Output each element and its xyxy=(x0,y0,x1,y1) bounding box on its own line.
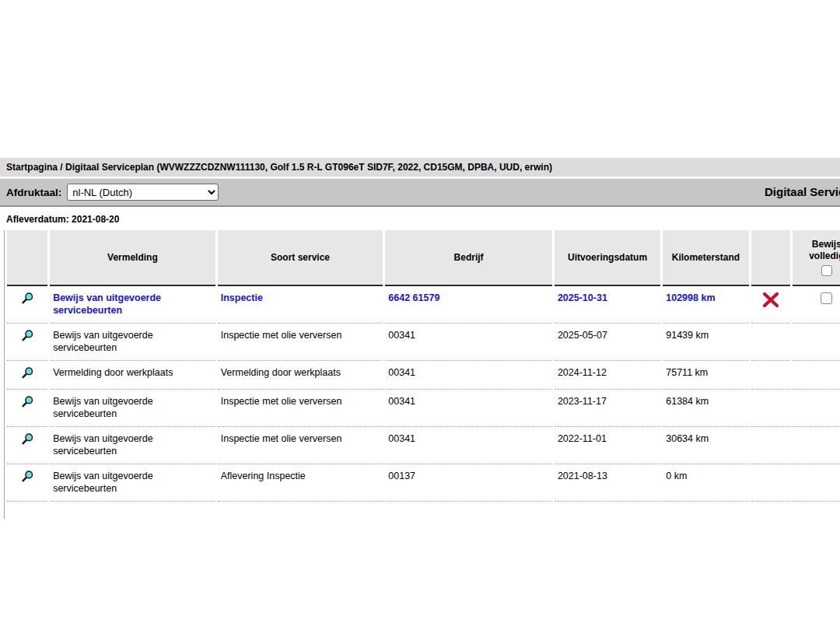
uitvoeringsdatum-cell[interactable]: 2025-05-07 xyxy=(555,324,660,361)
soort-service-cell[interactable]: Inspectie met olie verversen xyxy=(218,390,383,427)
table-row[interactable]: Vermelding door werkplaats Vermelding do… xyxy=(7,361,840,390)
row-detail-cell[interactable] xyxy=(7,361,47,390)
toolbar: Afdruktaal: nl-NL (Dutch) Digitaal Servi… xyxy=(0,178,840,207)
table-row[interactable]: Bewijs van uitgevoerde servicebeurten In… xyxy=(7,427,840,464)
vermelding-cell[interactable]: Bewijs van uitgevoerde servicebeurten xyxy=(50,324,215,361)
bewijs-volledig-checkbox[interactable] xyxy=(821,292,832,304)
uitvoeringsdatum-cell[interactable]: 2024-11-12 xyxy=(555,361,660,390)
bedrijf-cell[interactable]: 00341 xyxy=(385,361,552,390)
uitvoeringsdatum-cell[interactable]: 2023-11-17 xyxy=(555,390,660,427)
column-header-bewijs-volledig: Bewijs volledig xyxy=(793,230,840,286)
vermelding-cell[interactable]: Bewijs van uitgevoerde servicebeurten xyxy=(50,390,215,427)
incomplete-mark-cell xyxy=(751,361,790,390)
vermelding-cell[interactable]: Bewijs van uitgevoerde servicebeurten xyxy=(50,427,215,464)
incomplete-mark-cell xyxy=(751,390,790,427)
row-detail-cell[interactable] xyxy=(7,464,47,502)
table-row[interactable]: Bewijs van uitgevoerde servicebeurten In… xyxy=(7,286,840,324)
table-row[interactable]: Bewijs van uitgevoerde servicebeurten Af… xyxy=(7,464,840,502)
bedrijf-cell[interactable]: 00341 xyxy=(385,390,552,427)
magnifier-icon[interactable] xyxy=(21,395,34,408)
bewijs-volledig-header-checkbox[interactable] xyxy=(821,265,832,276)
row-detail-cell[interactable] xyxy=(7,286,47,324)
bewijs-volledig-cell xyxy=(793,427,840,464)
column-header-vermelding: Vermelding xyxy=(50,230,215,286)
bedrijf-cell[interactable]: 00341 xyxy=(385,427,552,464)
magnifier-icon[interactable] xyxy=(21,292,34,305)
row-detail-cell[interactable] xyxy=(7,390,47,427)
bewijs-volledig-cell xyxy=(793,464,840,502)
incomplete-mark-cell xyxy=(751,464,790,502)
bewijs-volledig-label: Bewijs volledig xyxy=(805,239,840,262)
blank-top-area xyxy=(0,0,840,158)
magnifier-icon[interactable] xyxy=(21,432,34,446)
bedrijf-cell[interactable]: 00341 xyxy=(385,324,552,361)
bewijs-volledig-cell xyxy=(793,286,840,324)
breadcrumb-bar: Startpagina / Digitaal Serviceplan (WVWZ… xyxy=(0,158,840,177)
delivery-date-label: Afleverdatum: xyxy=(6,214,69,225)
uitvoeringsdatum-cell[interactable]: 2021-08-13 xyxy=(555,464,660,502)
table-header-row: Vermelding Soort service Bedrijf Uitvoer… xyxy=(7,230,840,286)
print-language-label: Afdruktaal: xyxy=(6,187,61,198)
service-history-table: Vermelding Soort service Bedrijf Uitvoer… xyxy=(5,230,840,502)
soort-service-cell[interactable]: Inspectie met olie verversen xyxy=(218,427,383,464)
uitvoeringsdatum-cell[interactable]: 2025-10-31 xyxy=(555,286,660,324)
vermelding-cell[interactable]: Vermelding door werkplaats xyxy=(50,361,215,390)
column-header-kilometerstand: Kilometerstand xyxy=(663,230,748,286)
soort-service-cell[interactable]: Inspectie xyxy=(218,286,383,324)
breadcrumb[interactable]: Startpagina / Digitaal Serviceplan (WVWZ… xyxy=(6,162,552,173)
vermelding-cell[interactable]: Bewijs van uitgevoerde servicebeurten xyxy=(50,464,215,502)
bedrijf-cell[interactable]: 00137 xyxy=(385,464,552,502)
page-title: Digitaal Serviceplan xyxy=(765,185,840,198)
uitvoeringsdatum-cell[interactable]: 2022-11-01 xyxy=(555,427,660,464)
incomplete-mark-cell xyxy=(751,286,790,324)
kilometerstand-cell[interactable]: 0 km xyxy=(663,464,748,502)
bedrijf-cell[interactable]: 6642 61579 xyxy=(385,286,552,324)
print-language-select[interactable]: nl-NL (Dutch) xyxy=(67,184,219,201)
column-header-bedrijf: Bedrijf xyxy=(385,230,552,286)
table-row[interactable]: Bewijs van uitgevoerde servicebeurten In… xyxy=(7,390,840,427)
soort-service-cell[interactable]: Aflevering Inspectie xyxy=(218,464,383,502)
incomplete-mark-cell xyxy=(751,427,790,464)
kilometerstand-cell[interactable]: 91439 km xyxy=(663,324,748,361)
incomplete-mark-cell xyxy=(751,324,790,361)
table-row[interactable]: Bewijs van uitgevoerde servicebeurten In… xyxy=(7,324,840,361)
bewijs-volledig-cell xyxy=(793,390,840,427)
kilometerstand-cell[interactable]: 30634 km xyxy=(663,427,748,464)
service-table-container: Vermelding Soort service Bedrijf Uitvoer… xyxy=(4,230,840,519)
soort-service-cell[interactable]: Vermelding door werkplaats xyxy=(218,361,383,390)
magnifier-icon[interactable] xyxy=(21,470,34,483)
delivery-date-line: Afleverdatum: 2021-08-20 xyxy=(0,207,840,230)
kilometerstand-cell[interactable]: 61384 km xyxy=(663,390,748,427)
magnifier-icon[interactable] xyxy=(21,366,34,380)
delivery-date-value: 2021-08-20 xyxy=(72,214,119,225)
kilometerstand-cell[interactable]: 75711 km xyxy=(663,361,748,390)
column-header-uitvoeringsdatum: Uitvoeringsdatum xyxy=(555,230,660,286)
soort-service-cell[interactable]: Inspectie met olie verversen xyxy=(218,324,383,361)
magnifier-icon[interactable] xyxy=(21,329,34,342)
column-header-mark xyxy=(751,230,790,286)
column-header-icon xyxy=(7,230,47,286)
kilometerstand-cell[interactable]: 102998 km xyxy=(663,286,748,324)
vermelding-cell[interactable]: Bewijs van uitgevoerde servicebeurten xyxy=(50,286,215,324)
column-header-soort-service: Soort service xyxy=(218,230,383,286)
bewijs-volledig-cell xyxy=(793,324,840,361)
row-detail-cell[interactable] xyxy=(7,324,47,361)
bewijs-volledig-cell xyxy=(793,361,840,390)
x-mark-icon xyxy=(761,292,780,308)
row-detail-cell[interactable] xyxy=(7,427,47,464)
